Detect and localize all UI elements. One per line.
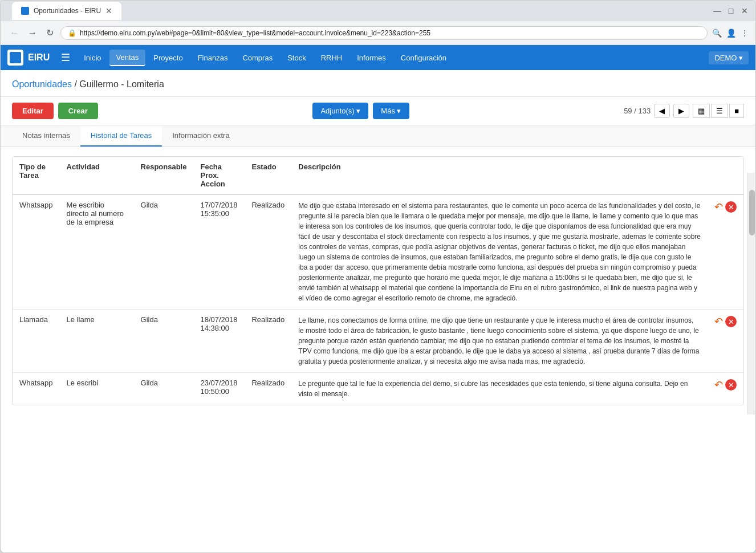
tasks-table-wrapper: Tipo de Tarea Actividad Responsable Fech… [12, 156, 744, 405]
nav-menu: Inicio Ventas Proyecto Finanzas Compras … [77, 50, 706, 66]
undo-button-2[interactable]: ↶ [714, 379, 723, 391]
kanban-view-button[interactable]: ▦ [693, 104, 710, 118]
cell-actions-2: ↶ ✕ [708, 373, 743, 405]
browser-actions: 🔍 👤 ⋮ [712, 29, 749, 38]
url-bar[interactable]: 🔒 https://demo.eiru.com.py/web#page=0&li… [60, 26, 708, 40]
toolbar-right: 59 / 133 ◀ ▶ ▦ ☰ ■ [624, 104, 744, 118]
cell-responsable-0: Gilda [134, 194, 194, 310]
demo-user-button[interactable]: DEMO ▾ [709, 51, 749, 64]
maximize-button[interactable]: □ [727, 7, 735, 15]
nav-rrhh[interactable]: RRHH [314, 50, 349, 66]
back-button[interactable]: ← [7, 26, 21, 40]
breadcrumb-link[interactable]: Oportunidades [12, 79, 72, 89]
cell-estado-0: Realizado [245, 194, 291, 310]
close-button[interactable]: ✕ [741, 7, 749, 15]
cell-tipo-2: Whatsapp [13, 373, 60, 405]
list-view-button[interactable]: ☰ [711, 104, 728, 118]
tab-title: Oportunidades - EIRU [34, 7, 101, 15]
next-record-button[interactable]: ▶ [673, 104, 689, 118]
nav-finanzas[interactable]: Finanzas [191, 50, 235, 66]
form-view-button[interactable]: ■ [729, 104, 744, 118]
tab-notas-internas[interactable]: Notas internas [12, 125, 80, 147]
app-navbar: EIRU ☰ Inicio Ventas Proyecto Finanzas C… [1, 45, 755, 70]
action-buttons-2: ↶ ✕ [714, 379, 737, 391]
logo-icon [7, 50, 23, 66]
action-buttons-1: ↶ ✕ [714, 315, 737, 328]
search-icon[interactable]: 🔍 [712, 29, 722, 38]
breadcrumb-separator: / [74, 79, 79, 89]
adjunto-button[interactable]: Adjunto(s) ▾ [312, 103, 368, 119]
view-buttons: ▦ ☰ ■ [693, 104, 744, 118]
col-header-actions [708, 157, 743, 194]
col-header-actividad: Actividad [60, 157, 134, 194]
table-row: Whatsapp Me escribio directo al numero d… [13, 194, 743, 310]
tab-close-btn[interactable]: ✕ [105, 6, 112, 15]
pagination-text: 59 / 133 [624, 107, 651, 115]
nav-configuracion[interactable]: Configuración [394, 50, 453, 66]
cell-actividad-0: Me escribio directo al numero de la empr… [60, 194, 134, 310]
tab-historial-tareas[interactable]: Historial de Tareas [80, 125, 162, 147]
nav-ventas[interactable]: Ventas [109, 50, 146, 66]
col-header-estado: Estado [245, 157, 291, 194]
nav-inicio[interactable]: Inicio [77, 50, 108, 66]
create-button[interactable]: Crear [58, 103, 98, 119]
browser-titlebar: Oportunidades - EIRU ✕ — □ ✕ [1, 1, 755, 21]
delete-button-2[interactable]: ✕ [725, 379, 737, 391]
table-row: Whatsapp Le escribi Gilda 23/07/2018 10:… [13, 373, 743, 405]
window-controls: — □ ✕ [713, 7, 749, 15]
app-logo: EIRU [7, 50, 50, 66]
hamburger-menu[interactable]: ☰ [56, 49, 75, 66]
minimize-button[interactable]: — [713, 7, 721, 15]
delete-button-0[interactable]: ✕ [725, 201, 737, 213]
cell-estado-2: Realizado [245, 373, 291, 405]
action-buttons-0: ↶ ✕ [714, 201, 737, 213]
col-header-responsable: Responsable [134, 157, 194, 194]
cell-estado-1: Realizado [245, 310, 291, 373]
page-header: Oportunidades / Guillermo - Lomiteria [1, 70, 755, 97]
undo-button-0[interactable]: ↶ [714, 201, 723, 213]
cell-descripcion-1: Le llame, nos conectamos de forma online… [291, 310, 708, 373]
cell-tipo-0: Whatsapp [13, 194, 60, 310]
address-bar-row: ← → ↻ 🔒 https://demo.eiru.com.py/web#pag… [1, 21, 755, 45]
prev-record-button[interactable]: ◀ [654, 104, 670, 118]
cell-fecha-1: 18/07/2018 14:38:00 [193, 310, 245, 373]
delete-button-1[interactable]: ✕ [725, 316, 737, 327]
toolbar: Editar Crear Adjunto(s) ▾ Más ▾ 59 / 133… [1, 97, 755, 125]
breadcrumb-current: Guillermo - Lomiteria [79, 79, 164, 89]
cell-fecha-0: 17/07/2018 15:35:00 [193, 194, 245, 310]
profile-icon[interactable]: 👤 [726, 29, 736, 38]
col-header-descripcion: Descripción [291, 157, 708, 194]
tab-favicon [21, 7, 29, 15]
tab-informacion-extra[interactable]: Información extra [162, 125, 239, 147]
tabs-row: Notas internas Historial de Tareas Infor… [1, 125, 755, 147]
lock-icon: 🔒 [68, 29, 76, 37]
scroll-thumb[interactable] [749, 190, 755, 235]
main-content: Tipo de Tarea Actividad Responsable Fech… [1, 147, 755, 414]
page-content: Oportunidades / Guillermo - Lomiteria Ed… [1, 70, 755, 414]
menu-icon[interactable]: ⋮ [741, 29, 749, 38]
edit-button[interactable]: Editar [12, 103, 54, 119]
toolbar-center: Adjunto(s) ▾ Más ▾ [103, 103, 619, 119]
cell-descripcion-0: Me dijo que estaba interesado en el sist… [291, 194, 708, 310]
logo-text: EIRU [28, 52, 50, 63]
cell-tipo-1: Llamada [13, 310, 60, 373]
cell-actividad-1: Le llame [60, 310, 134, 373]
tasks-table: Tipo de Tarea Actividad Responsable Fech… [13, 157, 743, 405]
col-header-fecha: Fecha Prox. Accion [193, 157, 245, 194]
mas-button[interactable]: Más ▾ [373, 103, 409, 119]
cell-fecha-2: 23/07/2018 10:50:00 [193, 373, 245, 405]
undo-button-1[interactable]: ↶ [714, 315, 723, 328]
nav-stock[interactable]: Stock [281, 50, 313, 66]
scrollbar[interactable] [747, 173, 755, 414]
nav-right: DEMO ▾ [709, 51, 749, 64]
refresh-button[interactable]: ↻ [44, 25, 56, 40]
table-row: Llamada Le llame Gilda 18/07/2018 14:38:… [13, 310, 743, 373]
cell-actions-1: ↶ ✕ [708, 310, 743, 373]
nav-informes[interactable]: Informes [350, 50, 393, 66]
nav-proyecto[interactable]: Proyecto [147, 50, 189, 66]
breadcrumb: Oportunidades / Guillermo - Lomiteria [12, 76, 744, 93]
nav-compras[interactable]: Compras [235, 50, 279, 66]
browser-tab[interactable]: Oportunidades - EIRU ✕ [12, 2, 121, 20]
forward-button[interactable]: → [26, 26, 39, 40]
cell-descripcion-2: Le pregunte que tal le fue la experienci… [291, 373, 708, 405]
